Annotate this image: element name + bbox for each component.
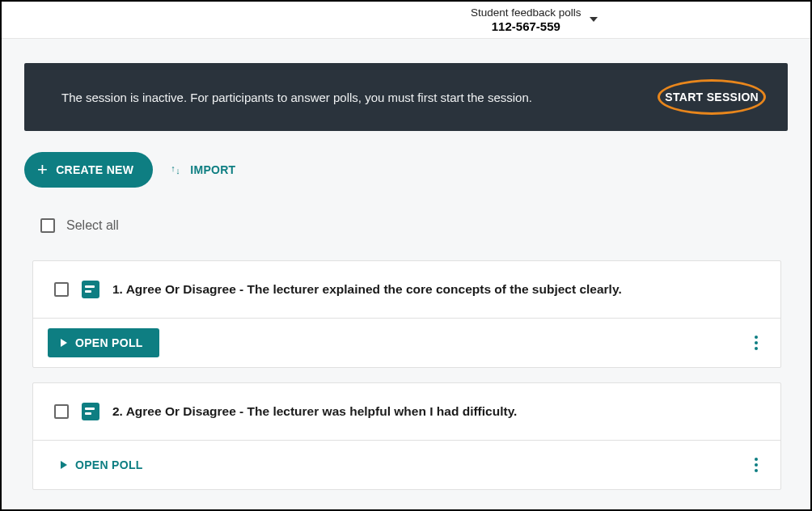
- poll-title: 2. Agree Or Disagree - The lecturer was …: [112, 404, 517, 419]
- play-icon: [61, 461, 67, 469]
- poll-header[interactable]: 2. Agree Or Disagree - The lecturer was …: [33, 383, 780, 440]
- chevron-down-icon: [590, 17, 598, 22]
- kebab-dot: [755, 341, 758, 344]
- more-options-button[interactable]: [746, 331, 766, 355]
- poll-card: 2. Agree Or Disagree - The lecturer was …: [32, 382, 781, 490]
- poll-type-icon: [82, 403, 99, 420]
- session-code: 112-567-559: [471, 19, 582, 33]
- polls-list: 1. Agree Or Disagree - The lecturer expl…: [24, 260, 788, 490]
- import-button[interactable]: IMPORT: [171, 163, 235, 176]
- session-inactive-banner: The session is inactive. For participant…: [24, 63, 788, 131]
- toolbar: + CREATE NEW IMPORT: [24, 152, 788, 188]
- top-bar: Student feedback polls 112-567-559: [2, 2, 810, 39]
- poll-checkbox[interactable]: [54, 282, 69, 297]
- kebab-dot: [755, 347, 758, 350]
- kebab-dot: [755, 463, 758, 467]
- session-title: Student feedback polls: [471, 6, 582, 19]
- session-dropdown-text: Student feedback polls 112-567-559: [471, 6, 582, 33]
- plus-icon: +: [37, 161, 48, 179]
- import-icon: [171, 164, 182, 175]
- select-all-label: Select all: [66, 218, 119, 233]
- poll-checkbox[interactable]: [54, 404, 69, 419]
- open-poll-label: OPEN POLL: [75, 458, 143, 471]
- kebab-dot: [755, 336, 758, 339]
- open-poll-button[interactable]: OPEN POLL: [48, 328, 159, 357]
- poll-type-icon: [82, 281, 99, 298]
- import-label: IMPORT: [190, 163, 235, 176]
- select-all-checkbox[interactable]: [40, 218, 55, 233]
- poll-card: 1. Agree Or Disagree - The lecturer expl…: [32, 260, 781, 368]
- create-new-button[interactable]: + CREATE NEW: [24, 152, 153, 188]
- open-poll-button[interactable]: OPEN POLL: [48, 450, 156, 479]
- poll-footer: OPEN POLL: [33, 440, 780, 489]
- play-icon: [61, 339, 67, 347]
- start-session-button[interactable]: START SESSION: [663, 86, 760, 108]
- banner-message: The session is inactive. For participant…: [61, 91, 532, 104]
- kebab-dot: [755, 469, 758, 472]
- session-dropdown[interactable]: Student feedback polls 112-567-559: [471, 6, 598, 33]
- poll-footer: OPEN POLL: [33, 318, 780, 367]
- poll-header[interactable]: 1. Agree Or Disagree - The lecturer expl…: [33, 261, 780, 318]
- open-poll-label: OPEN POLL: [75, 336, 143, 349]
- kebab-dot: [755, 458, 758, 461]
- create-new-label: CREATE NEW: [56, 163, 133, 176]
- select-all-row: Select all: [24, 218, 788, 233]
- poll-title: 1. Agree Or Disagree - The lecturer expl…: [112, 282, 622, 297]
- more-options-button[interactable]: [746, 453, 766, 477]
